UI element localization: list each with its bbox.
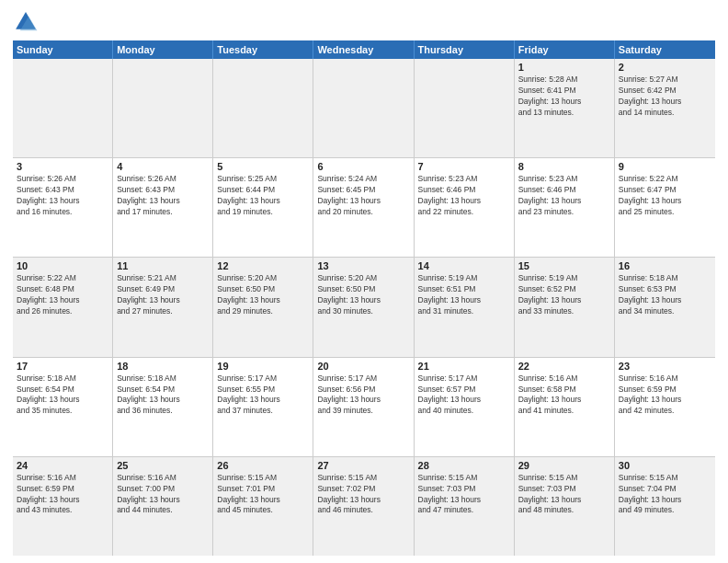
day-number: 29 [518, 460, 610, 471]
calendar-cell: 19Sunrise: 5:17 AM Sunset: 6:55 PM Dayli… [213, 358, 313, 456]
calendar-cell: 8Sunrise: 5:23 AM Sunset: 6:46 PM Daylig… [515, 158, 615, 257]
calendar-week: 24Sunrise: 5:16 AM Sunset: 6:59 PM Dayli… [13, 457, 715, 556]
calendar-week: 10Sunrise: 5:22 AM Sunset: 6:48 PM Dayli… [13, 258, 715, 357]
day-info: Sunrise: 5:19 AM Sunset: 6:51 PM Dayligh… [418, 273, 510, 317]
calendar-cell [13, 59, 113, 157]
weekday-header: Sunday [13, 40, 113, 59]
calendar-cell [113, 59, 213, 157]
day-info: Sunrise: 5:18 AM Sunset: 6:53 PM Dayligh… [619, 273, 711, 317]
calendar-cell: 10Sunrise: 5:22 AM Sunset: 6:48 PM Dayli… [13, 258, 113, 356]
day-number: 8 [518, 161, 610, 172]
calendar-cell: 6Sunrise: 5:24 AM Sunset: 6:45 PM Daylig… [313, 158, 414, 257]
day-info: Sunrise: 5:24 AM Sunset: 6:45 PM Dayligh… [317, 174, 409, 218]
day-info: Sunrise: 5:19 AM Sunset: 6:52 PM Dayligh… [518, 273, 610, 317]
day-info: Sunrise: 5:28 AM Sunset: 6:41 PM Dayligh… [518, 75, 610, 119]
day-info: Sunrise: 5:16 AM Sunset: 7:00 PM Dayligh… [117, 473, 209, 517]
day-info: Sunrise: 5:17 AM Sunset: 6:55 PM Dayligh… [217, 373, 309, 418]
calendar-cell: 7Sunrise: 5:23 AM Sunset: 6:46 PM Daylig… [415, 158, 515, 257]
day-info: Sunrise: 5:15 AM Sunset: 7:03 PM Dayligh… [518, 473, 610, 517]
day-info: Sunrise: 5:16 AM Sunset: 6:59 PM Dayligh… [17, 473, 108, 517]
calendar-body: 1Sunrise: 5:28 AM Sunset: 6:41 PM Daylig… [13, 59, 715, 556]
calendar-cell: 14Sunrise: 5:19 AM Sunset: 6:51 PM Dayli… [415, 258, 515, 356]
calendar-week: 3Sunrise: 5:26 AM Sunset: 6:43 PM Daylig… [13, 158, 715, 258]
day-info: Sunrise: 5:15 AM Sunset: 7:02 PM Dayligh… [317, 473, 409, 517]
day-info: Sunrise: 5:26 AM Sunset: 6:43 PM Dayligh… [17, 174, 108, 218]
day-number: 11 [117, 260, 209, 271]
calendar-week: 17Sunrise: 5:18 AM Sunset: 6:54 PM Dayli… [13, 358, 715, 457]
day-number: 4 [117, 161, 209, 172]
day-info: Sunrise: 5:20 AM Sunset: 6:50 PM Dayligh… [317, 273, 409, 317]
weekday-header: Friday [515, 40, 615, 59]
day-number: 12 [217, 260, 309, 271]
day-number: 23 [619, 361, 711, 372]
day-number: 27 [317, 460, 409, 471]
day-info: Sunrise: 5:20 AM Sunset: 6:50 PM Dayligh… [217, 273, 309, 317]
logo-icon [13, 9, 39, 35]
calendar-cell: 26Sunrise: 5:15 AM Sunset: 7:01 PM Dayli… [213, 457, 313, 556]
day-number: 26 [217, 460, 309, 471]
weekday-header: Thursday [415, 40, 515, 59]
day-info: Sunrise: 5:15 AM Sunset: 7:04 PM Dayligh… [619, 473, 711, 517]
header [13, 9, 715, 35]
weekday-header: Monday [113, 40, 213, 59]
day-number: 22 [518, 361, 610, 372]
day-number: 21 [418, 361, 510, 372]
day-number: 1 [518, 62, 610, 73]
day-number: 7 [418, 161, 510, 172]
calendar-week: 1Sunrise: 5:28 AM Sunset: 6:41 PM Daylig… [13, 59, 715, 158]
day-info: Sunrise: 5:27 AM Sunset: 6:42 PM Dayligh… [619, 75, 711, 119]
calendar-cell: 1Sunrise: 5:28 AM Sunset: 6:41 PM Daylig… [515, 59, 615, 157]
calendar-cell: 2Sunrise: 5:27 AM Sunset: 6:42 PM Daylig… [615, 59, 715, 157]
calendar-cell: 17Sunrise: 5:18 AM Sunset: 6:54 PM Dayli… [13, 358, 113, 456]
day-info: Sunrise: 5:22 AM Sunset: 6:47 PM Dayligh… [619, 174, 711, 218]
day-info: Sunrise: 5:22 AM Sunset: 6:48 PM Dayligh… [17, 273, 108, 317]
weekday-header: Wednesday [313, 40, 414, 59]
day-number: 16 [619, 260, 711, 271]
day-info: Sunrise: 5:16 AM Sunset: 6:59 PM Dayligh… [619, 373, 711, 418]
weekday-header: Tuesday [213, 40, 313, 59]
calendar-cell: 27Sunrise: 5:15 AM Sunset: 7:02 PM Dayli… [313, 457, 414, 556]
calendar-cell: 12Sunrise: 5:20 AM Sunset: 6:50 PM Dayli… [213, 258, 313, 356]
day-info: Sunrise: 5:25 AM Sunset: 6:44 PM Dayligh… [217, 174, 309, 218]
logo [13, 9, 42, 35]
calendar-cell: 13Sunrise: 5:20 AM Sunset: 6:50 PM Dayli… [313, 258, 414, 356]
calendar-cell: 9Sunrise: 5:22 AM Sunset: 6:47 PM Daylig… [615, 158, 715, 257]
day-info: Sunrise: 5:16 AM Sunset: 6:58 PM Dayligh… [518, 373, 610, 418]
day-info: Sunrise: 5:15 AM Sunset: 7:01 PM Dayligh… [217, 473, 309, 517]
day-number: 25 [117, 460, 209, 471]
day-info: Sunrise: 5:21 AM Sunset: 6:49 PM Dayligh… [117, 273, 209, 317]
day-number: 13 [317, 260, 409, 271]
day-number: 30 [619, 460, 711, 471]
day-info: Sunrise: 5:23 AM Sunset: 6:46 PM Dayligh… [418, 174, 510, 218]
calendar-cell [313, 59, 414, 157]
calendar-cell: 15Sunrise: 5:19 AM Sunset: 6:52 PM Dayli… [515, 258, 615, 356]
day-number: 9 [619, 161, 711, 172]
day-info: Sunrise: 5:17 AM Sunset: 6:56 PM Dayligh… [317, 373, 409, 418]
day-number: 17 [17, 361, 108, 372]
day-info: Sunrise: 5:18 AM Sunset: 6:54 PM Dayligh… [17, 373, 108, 418]
calendar-header: SundayMondayTuesdayWednesdayThursdayFrid… [13, 40, 715, 59]
calendar-cell: 18Sunrise: 5:18 AM Sunset: 6:54 PM Dayli… [113, 358, 213, 456]
calendar-cell: 29Sunrise: 5:15 AM Sunset: 7:03 PM Dayli… [515, 457, 615, 556]
calendar-cell: 21Sunrise: 5:17 AM Sunset: 6:57 PM Dayli… [415, 358, 515, 456]
day-info: Sunrise: 5:18 AM Sunset: 6:54 PM Dayligh… [117, 373, 209, 418]
weekday-header: Saturday [615, 40, 715, 59]
day-number: 2 [619, 62, 711, 73]
day-info: Sunrise: 5:17 AM Sunset: 6:57 PM Dayligh… [418, 373, 510, 418]
day-number: 20 [317, 361, 409, 372]
day-number: 19 [217, 361, 309, 372]
calendar-cell: 22Sunrise: 5:16 AM Sunset: 6:58 PM Dayli… [515, 358, 615, 456]
day-info: Sunrise: 5:15 AM Sunset: 7:03 PM Dayligh… [418, 473, 510, 517]
calendar-cell: 25Sunrise: 5:16 AM Sunset: 7:00 PM Dayli… [113, 457, 213, 556]
day-info: Sunrise: 5:26 AM Sunset: 6:43 PM Dayligh… [117, 174, 209, 218]
calendar-cell: 23Sunrise: 5:16 AM Sunset: 6:59 PM Dayli… [615, 358, 715, 456]
day-number: 14 [418, 260, 510, 271]
calendar-cell: 24Sunrise: 5:16 AM Sunset: 6:59 PM Dayli… [13, 457, 113, 556]
calendar-cell: 30Sunrise: 5:15 AM Sunset: 7:04 PM Dayli… [615, 457, 715, 556]
calendar-cell: 28Sunrise: 5:15 AM Sunset: 7:03 PM Dayli… [415, 457, 515, 556]
day-number: 5 [217, 161, 309, 172]
calendar-cell: 20Sunrise: 5:17 AM Sunset: 6:56 PM Dayli… [313, 358, 414, 456]
calendar: SundayMondayTuesdayWednesdayThursdayFrid… [13, 40, 715, 556]
day-number: 10 [17, 260, 108, 271]
calendar-cell: 16Sunrise: 5:18 AM Sunset: 6:53 PM Dayli… [615, 258, 715, 356]
